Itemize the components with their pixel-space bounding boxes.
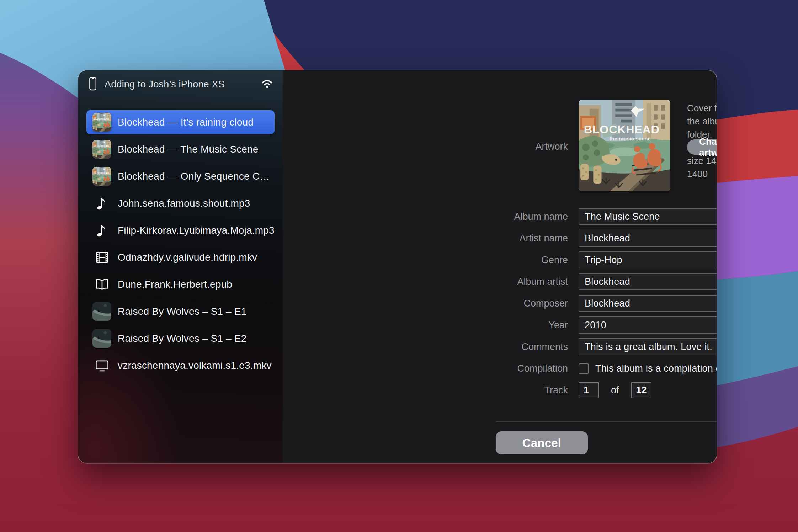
display-icon — [92, 356, 111, 375]
field-label: Album artist — [482, 276, 568, 287]
wifi-icon — [261, 79, 273, 88]
list-item[interactable]: Blockhead — Only Sequence Cha… — [86, 164, 275, 188]
compilation-row: Compilation This album is a compilation … — [482, 360, 717, 377]
artwork-label: Artwork — [283, 141, 568, 152]
field-value: The Music Scene — [585, 211, 660, 222]
field-label: Year — [482, 320, 568, 331]
form-field-row: Genre Trip-Hop — [482, 251, 717, 268]
list-item-label: Raised By Wolves – S1 – E1 — [118, 306, 247, 317]
album-art-thumbnail — [92, 113, 111, 132]
main-panel: Artwork Cover found in the album’s folde… — [283, 70, 717, 463]
form-field-row: Artist name Blockhead — [482, 230, 717, 247]
app-window: Adding to Josh’s iPhone XS Blockhead — I… — [78, 70, 717, 463]
field-rows: Album name The Music Scene Artist name B… — [482, 208, 717, 355]
list-item[interactable]: Raised By Wolves – S1 – E1 — [86, 299, 275, 323]
list-item-label: Odnazhdy.v.galivude.hdrip.mkv — [118, 252, 257, 263]
field-value: Blockhead — [585, 276, 630, 287]
list-item-label: Raised By Wolves – S1 – E2 — [118, 333, 247, 344]
list-item-label: Dune.Frank.Herbert.epub — [118, 279, 232, 290]
music-note-icon — [92, 194, 111, 213]
list-item-label: Filip-Kirkorav.Lyubimaya.Moja.mp3 — [118, 225, 275, 236]
cancel-button[interactable]: Cancel — [496, 431, 588, 454]
track-number-field[interactable]: 1 — [579, 382, 599, 398]
list-item-label: Blockhead — The Music Scene — [118, 144, 259, 155]
footer-divider — [496, 421, 717, 422]
list-item[interactable]: Raised By Wolves – S1 – E2 — [86, 326, 275, 350]
sidebar-header: Adding to Josh’s iPhone XS — [78, 70, 283, 99]
form-field-row: Year 2010 — [482, 316, 717, 334]
compilation-label: Compilation — [482, 363, 568, 374]
list-item[interactable]: vzraschennaya.volkami.s1.e3.mkv — [86, 353, 275, 377]
album-art-thumbnail — [92, 140, 111, 159]
form-field-row: Composer Blockhead — [482, 295, 717, 312]
text-field[interactable]: Blockhead — [579, 230, 717, 247]
text-field[interactable]: Blockhead — [579, 273, 717, 290]
list-item[interactable]: Odnazhdy.v.galivude.hdrip.mkv — [86, 245, 275, 269]
field-value: Blockhead — [585, 233, 630, 244]
album-artwork — [579, 100, 670, 191]
text-field[interactable]: Trip-Hop — [579, 251, 717, 268]
list-item[interactable]: Blockhead — It’s raining cloud — [86, 110, 275, 134]
field-value: This is a great album. Love it. — [585, 341, 712, 352]
list-item-label: Blockhead — It’s raining cloud — [118, 117, 254, 128]
book-icon — [92, 275, 111, 294]
list-item[interactable]: John.sena.famous.shout.mp3 — [86, 191, 275, 215]
field-label: Composer — [482, 298, 568, 309]
form-field-row: Album artist Blockhead — [482, 273, 717, 290]
artwork-note-line1: Cover found in the album’s folder. — [687, 102, 717, 141]
field-label: Artist name — [482, 233, 568, 244]
compilation-checkbox[interactable] — [579, 363, 589, 374]
file-list: Blockhead — It’s raining cloud Blockhead… — [86, 110, 275, 381]
list-item-label: John.sena.famous.shout.mp3 — [118, 198, 250, 209]
field-value: 2010 — [585, 320, 606, 331]
change-artwork-button[interactable]: Change artwork — [687, 139, 717, 155]
field-value: Blockhead — [585, 298, 630, 309]
list-item[interactable]: Dune.Frank.Herbert.epub — [86, 272, 275, 296]
track-total-field[interactable]: 12 — [631, 382, 651, 398]
iphone-icon — [89, 76, 97, 91]
track-of-label: of — [611, 385, 619, 396]
text-field[interactable]: The Music Scene — [579, 208, 717, 225]
text-field[interactable]: This is a great album. Love it. — [579, 338, 717, 355]
field-label: Album name — [482, 211, 568, 222]
list-item[interactable]: Filip-Kirkorav.Lyubimaya.Moja.mp3 — [86, 218, 275, 242]
music-note-icon — [92, 221, 111, 240]
metadata-form: Album name The Music Scene Artist name B… — [482, 208, 717, 403]
list-item[interactable]: Blockhead — The Music Scene — [86, 137, 275, 161]
field-label: Comments — [482, 341, 568, 352]
device-title: Adding to Josh’s iPhone XS — [105, 79, 225, 90]
list-item-label: Blockhead — Only Sequence Cha… — [118, 171, 275, 182]
form-field-row: Album name The Music Scene — [482, 208, 717, 225]
compilation-text: This album is a compilation of songs fro… — [595, 363, 717, 374]
episode-thumbnail — [92, 329, 111, 348]
episode-thumbnail — [92, 302, 111, 321]
track-row: Track 1 of 12 — [482, 382, 717, 399]
film-icon — [92, 248, 111, 267]
sidebar: Adding to Josh’s iPhone XS Blockhead — I… — [78, 70, 283, 463]
text-field[interactable]: 2010 — [579, 316, 717, 334]
album-art-thumbnail — [92, 167, 111, 186]
form-field-row: Comments This is a great album. Love it. — [482, 338, 717, 355]
field-value: Trip-Hop — [585, 255, 622, 266]
field-label: Genre — [482, 255, 568, 266]
list-item-label: vzraschennaya.volkami.s1.e3.mkv — [118, 360, 272, 371]
text-field[interactable]: Blockhead — [579, 295, 717, 312]
track-label: Track — [482, 385, 568, 396]
